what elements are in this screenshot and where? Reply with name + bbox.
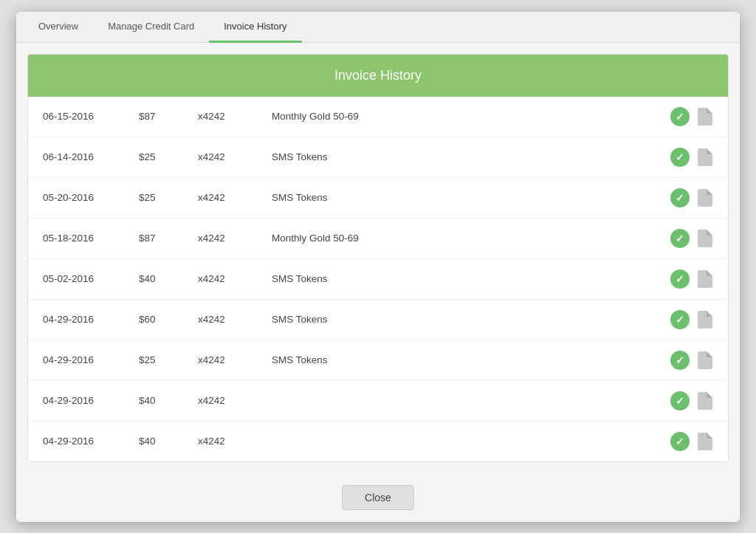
check-icon[interactable]: [670, 351, 690, 370]
check-icon[interactable]: [670, 188, 690, 207]
invoice-card: x4242: [198, 354, 272, 365]
invoice-description: SMS Tokens: [272, 354, 670, 365]
table-row: 04-29-2016 $40 x4242: [28, 381, 728, 422]
invoice-description: SMS Tokens: [272, 151, 670, 162]
invoice-card: x4242: [198, 395, 272, 406]
tab-overview[interactable]: Overview: [24, 12, 93, 43]
invoice-card: x4242: [198, 436, 272, 447]
invoice-amount: $25: [139, 354, 198, 365]
invoice-date: 04-29-2016: [43, 436, 139, 447]
table-row: 06-14-2016 $25 x4242 SMS Tokens: [28, 137, 728, 178]
invoice-date: 05-20-2016: [43, 192, 139, 203]
document-icon[interactable]: [697, 148, 713, 167]
document-icon[interactable]: [697, 269, 713, 289]
invoice-amount: $25: [139, 151, 198, 162]
invoice-amount: $25: [139, 192, 198, 203]
invoice-actions: [670, 432, 713, 451]
check-icon[interactable]: [670, 310, 690, 329]
invoice-description: SMS Tokens: [272, 192, 670, 203]
invoice-description: SMS Tokens: [272, 273, 670, 284]
invoice-card: x4242: [198, 111, 272, 122]
invoice-card: x4242: [198, 314, 272, 325]
tab-manage-credit-card[interactable]: Manage Credit Card: [93, 12, 209, 43]
check-icon[interactable]: [670, 229, 690, 248]
invoice-date: 05-18-2016: [43, 233, 139, 244]
check-icon[interactable]: [670, 391, 690, 410]
invoice-date: 04-29-2016: [43, 395, 139, 406]
document-icon[interactable]: [697, 391, 713, 410]
document-icon[interactable]: [697, 310, 713, 329]
invoice-panel: Invoice History 06-15-2016 $87 x4242 Mon…: [27, 54, 729, 462]
tab-bar: Overview Manage Credit Card Invoice Hist…: [16, 12, 740, 43]
invoice-date: 06-14-2016: [43, 151, 139, 162]
invoice-amount: $87: [139, 233, 198, 244]
invoice-description: Monthly Gold 50-69: [272, 233, 670, 244]
invoice-amount: $40: [139, 395, 198, 406]
table-row: 05-02-2016 $40 x4242 SMS Tokens: [28, 259, 728, 300]
invoice-card: x4242: [198, 192, 272, 203]
content-area: Invoice History 06-15-2016 $87 x4242 Mon…: [16, 43, 740, 473]
invoice-table: 06-15-2016 $87 x4242 Monthly Gold 50-69 …: [28, 97, 728, 461]
check-icon[interactable]: [670, 107, 690, 126]
invoice-actions: [670, 351, 713, 370]
invoice-date: 06-15-2016: [43, 111, 139, 122]
document-icon[interactable]: [697, 107, 713, 126]
invoice-card: x4242: [198, 233, 272, 244]
tab-invoice-history[interactable]: Invoice History: [209, 12, 301, 43]
document-icon[interactable]: [697, 229, 713, 248]
modal-container: Overview Manage Credit Card Invoice Hist…: [16, 12, 740, 522]
invoice-amount: $87: [139, 111, 198, 122]
table-row: 05-20-2016 $25 x4242 SMS Tokens: [28, 178, 728, 219]
check-icon[interactable]: [670, 148, 690, 167]
invoice-card: x4242: [198, 273, 272, 284]
invoice-date: 05-02-2016: [43, 273, 139, 284]
table-row: 04-29-2016 $60 x4242 SMS Tokens: [28, 300, 728, 340]
invoice-date: 04-29-2016: [43, 314, 139, 325]
document-icon[interactable]: [697, 432, 713, 451]
table-row: 04-29-2016 $25 x4242 SMS Tokens: [28, 340, 728, 381]
invoice-panel-header: Invoice History: [28, 55, 728, 97]
invoice-date: 04-29-2016: [43, 354, 139, 365]
invoice-amount: $40: [139, 273, 198, 284]
table-row: 06-15-2016 $87 x4242 Monthly Gold 50-69: [28, 97, 728, 137]
invoice-amount: $60: [139, 314, 198, 325]
modal-footer: Close: [16, 473, 740, 522]
close-button[interactable]: Close: [342, 485, 414, 510]
check-icon[interactable]: [670, 269, 690, 289]
invoice-description: SMS Tokens: [272, 314, 670, 325]
invoice-card: x4242: [198, 151, 272, 162]
invoice-amount: $40: [139, 436, 198, 447]
invoice-actions: [670, 229, 713, 248]
invoice-description: Monthly Gold 50-69: [272, 111, 670, 122]
invoice-actions: [670, 391, 713, 410]
check-icon[interactable]: [670, 432, 690, 451]
invoice-actions: [670, 107, 713, 126]
table-row: 05-18-2016 $87 x4242 Monthly Gold 50-69: [28, 219, 728, 259]
invoice-actions: [670, 148, 713, 167]
document-icon[interactable]: [697, 351, 713, 370]
document-icon[interactable]: [697, 188, 713, 207]
invoice-actions: [670, 269, 713, 289]
invoice-actions: [670, 188, 713, 207]
table-row: 04-29-2016 $40 x4242: [28, 422, 728, 461]
invoice-actions: [670, 310, 713, 329]
